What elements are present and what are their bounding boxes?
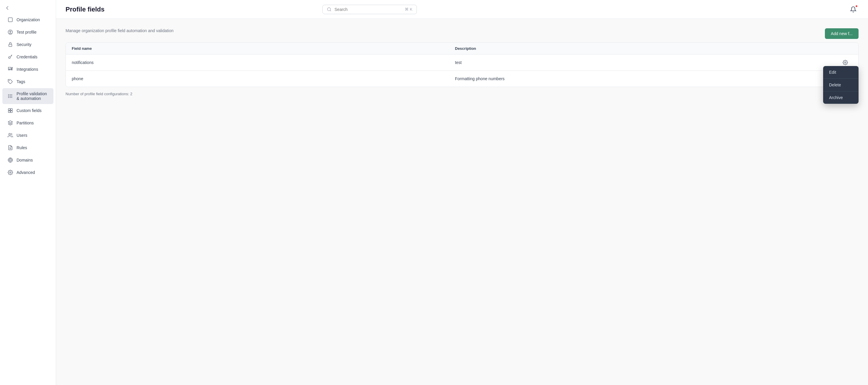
sidebar-label-users: Users (17, 133, 27, 138)
page-title: Profile fields (66, 6, 104, 13)
svg-point-9 (8, 95, 9, 95)
sidebar-label-integrations: Integrations (17, 67, 38, 72)
svg-marker-16 (8, 121, 13, 123)
sidebar-label-domains: Domains (17, 158, 33, 163)
svg-line-24 (330, 10, 331, 11)
sidebar-label-security: Security (17, 42, 32, 47)
lock-icon (8, 42, 13, 47)
sidebar-item-advanced[interactable]: Advanced (2, 167, 54, 178)
table-row: phone Formatting phone numbers (66, 71, 858, 87)
users-icon (8, 133, 13, 138)
sidebar-item-users[interactable]: Users (2, 130, 54, 141)
svg-point-2 (10, 31, 11, 32)
sidebar-item-test-profile[interactable]: Test profile (2, 26, 54, 38)
user-circle-icon (8, 30, 13, 35)
search-shortcut-cmd: ⌘ (405, 7, 409, 11)
sidebar-item-domains[interactable]: Domains (2, 154, 54, 166)
svg-point-17 (9, 133, 11, 135)
gear-icon-0 (843, 60, 848, 65)
sidebar-item-security[interactable]: Security (2, 39, 54, 50)
settings-icon (8, 170, 13, 175)
sidebar-item-custom-fields[interactable]: Custom fields (2, 105, 54, 116)
sidebar-label-organization: Organization (17, 18, 40, 22)
sidebar-back-button[interactable] (0, 2, 56, 13)
field-name-cell: phone (72, 76, 455, 81)
list-filter-icon (8, 94, 13, 99)
sidebar-label-advanced: Advanced (17, 170, 35, 175)
search-bar[interactable]: ⌘ K (322, 5, 417, 14)
main-content: Profile fields ⌘ K Manage organization p… (56, 0, 868, 385)
search-icon (327, 7, 332, 12)
context-menu-edit[interactable]: Edit (823, 66, 859, 79)
search-input[interactable] (335, 7, 402, 12)
layers-icon (8, 120, 13, 126)
svg-point-22 (10, 172, 11, 173)
description-cell: Formatting phone numbers (455, 76, 838, 81)
sidebar-label-partitions: Partitions (17, 120, 34, 125)
chevron-left-icon (5, 5, 10, 11)
key-icon (8, 54, 13, 60)
svg-rect-3 (9, 44, 12, 46)
description-cell: test (455, 60, 838, 65)
sidebar-item-organization[interactable]: Organization (2, 14, 54, 26)
page-content: Manage organization profile field automa… (56, 19, 868, 385)
context-menu: Edit Delete Archive (823, 66, 859, 104)
svg-point-25 (845, 62, 846, 63)
puzzle-icon (8, 67, 13, 72)
row-count: Number of profile field configurations: … (66, 92, 859, 96)
profile-fields-table: Field name Description notifications tes… (66, 42, 859, 87)
sidebar-item-profile-validation[interactable]: Profile validation & automation (2, 88, 54, 104)
column-field-name: Field name (72, 46, 455, 51)
sidebar-item-rules[interactable]: Rules (2, 142, 54, 153)
svg-point-23 (328, 8, 331, 11)
field-name-cell: notifications (72, 60, 455, 65)
svg-rect-13 (11, 108, 12, 110)
svg-rect-14 (8, 111, 10, 113)
context-menu-delete[interactable]: Delete (823, 79, 859, 92)
sidebar: Organization Test profile Security Crede… (0, 0, 56, 385)
sidebar-label-tags: Tags (17, 79, 25, 84)
building-icon (8, 17, 13, 23)
tag-icon (8, 79, 13, 84)
sidebar-label-test-profile: Test profile (17, 30, 37, 34)
sidebar-item-credentials[interactable]: Credentials (2, 51, 54, 63)
table-header: Field name Description (66, 43, 858, 55)
table-row: notifications test (66, 55, 858, 71)
notification-dot (855, 5, 858, 8)
sidebar-label-profile-validation: Profile validation & automation (17, 92, 48, 101)
row-settings-button-0[interactable] (838, 59, 852, 66)
sidebar-label-credentials: Credentials (17, 55, 37, 59)
sidebar-label-rules: Rules (17, 145, 27, 150)
svg-point-10 (8, 96, 9, 96)
svg-point-4 (8, 57, 10, 58)
notification-button[interactable] (848, 4, 859, 15)
svg-point-11 (8, 97, 9, 98)
layout-grid-icon (8, 108, 13, 113)
page-subtitle: Manage organization profile field automa… (66, 28, 859, 33)
context-menu-archive[interactable]: Archive (823, 92, 859, 104)
add-new-button[interactable]: Add new f... (825, 28, 859, 39)
sidebar-label-custom-fields: Custom fields (17, 108, 42, 113)
column-description: Description (455, 46, 838, 51)
svg-rect-15 (11, 111, 12, 113)
header: Profile fields ⌘ K (56, 0, 868, 19)
svg-rect-0 (8, 18, 12, 22)
sidebar-item-partitions[interactable]: Partitions (2, 117, 54, 129)
search-shortcut-key: K (410, 7, 412, 11)
search-shortcut: ⌘ K (405, 7, 412, 11)
svg-point-5 (9, 80, 10, 81)
sidebar-item-integrations[interactable]: Integrations (2, 63, 54, 75)
file-text-icon (8, 145, 13, 150)
svg-rect-12 (8, 108, 10, 110)
column-actions (838, 46, 852, 51)
globe-icon (8, 158, 13, 163)
sidebar-item-tags[interactable]: Tags (2, 76, 54, 88)
